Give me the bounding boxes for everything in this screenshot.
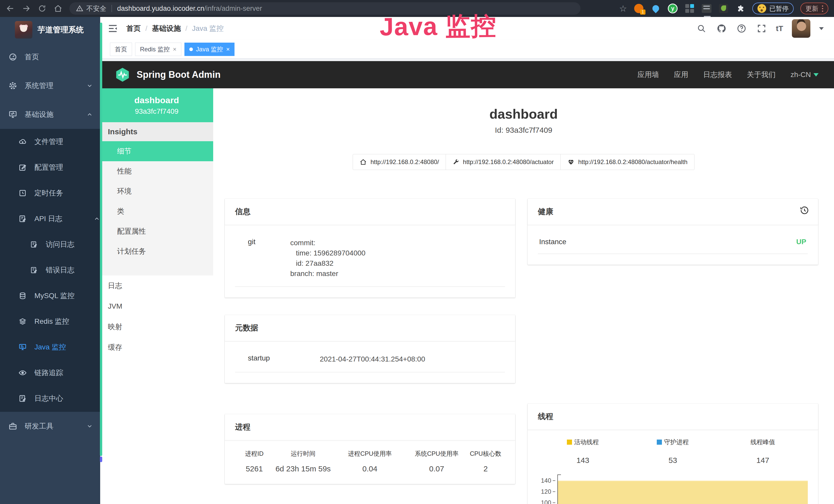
browser-forward-icon[interactable]	[21, 3, 32, 14]
extension-on-badge: on	[704, 16, 711, 17]
sidebar-item-api-log[interactable]: API 日志	[0, 206, 100, 232]
threads-card: 线程 活动线程 143 守护进程	[528, 404, 818, 504]
tab-label: Java 监控	[196, 45, 223, 53]
annotation-text: Java 监控	[379, 9, 497, 44]
sidebar-item-infrastructure[interactable]: 基础设施	[0, 100, 100, 129]
browser-reload-icon[interactable]	[37, 3, 48, 14]
user-avatar[interactable]	[792, 19, 810, 38]
extension-shield-icon[interactable]: 1	[634, 3, 644, 14]
breadcrumb-infrastructure[interactable]: 基础设施	[152, 24, 181, 33]
extension-switch-icon[interactable]: on	[701, 3, 712, 14]
sidebar-item-file-management[interactable]: 文件管理	[0, 129, 100, 155]
address-bar[interactable]: 不安全 dashboard.yudao.iocoder.cn/infra/adm…	[69, 2, 580, 15]
health-url-button[interactable]: http://192.168.0.2:48080/actuator/health	[561, 154, 695, 170]
update-button[interactable]: 更新	[800, 3, 828, 15]
extension-pin-icon[interactable]	[651, 3, 661, 14]
bookmark-star-icon[interactable]: ☆	[619, 3, 627, 14]
health-instance-row[interactable]: Instance UP	[538, 225, 808, 254]
sidebar-item-error-log[interactable]: 错误日志	[0, 257, 100, 283]
main-area: 首页 / 基础设施 / Java 监控 tT	[100, 17, 834, 504]
sidebar-item-java-monitor[interactable]: Java 监控	[0, 334, 100, 360]
service-url-button[interactable]: http://192.168.0.2:48080/	[353, 154, 446, 170]
breadcrumb-home[interactable]: 首页	[126, 24, 141, 33]
sba-nav-journal[interactable]: 日志报表	[703, 70, 732, 79]
home-icon	[359, 158, 367, 166]
search-icon[interactable]	[696, 23, 707, 34]
close-icon[interactable]: ×	[226, 46, 229, 53]
threads-legend: 活动线程 143 守护进程 53 线程峰值	[538, 430, 808, 465]
sba-locale-select[interactable]: zh-CN	[791, 71, 818, 79]
legend-live-threads: 活动线程 143	[538, 438, 628, 465]
sba-item-environment[interactable]: 环境	[100, 181, 213, 201]
infrastructure-submenu: 文件管理 配置管理 定时任务 API 日志	[0, 129, 100, 412]
sba-item-mappings[interactable]: 映射	[100, 317, 213, 337]
extension-leaf-icon[interactable]	[719, 3, 729, 14]
tab-java-monitor[interactable]: Java 监控 ×	[184, 43, 235, 56]
actuator-url-button[interactable]: http://192.168.0.2:48080/actuator	[446, 154, 561, 170]
sba-item-caches[interactable]: 缓存	[100, 337, 213, 358]
legend-label: 活动线程	[574, 438, 599, 446]
chevron-down-icon	[86, 423, 93, 430]
tab-redis-monitor[interactable]: Redis 监控 ×	[135, 43, 181, 56]
sba-nav-applications[interactable]: 应用	[674, 70, 688, 79]
git-time-line: time: 1596289704000	[290, 248, 366, 258]
help-icon[interactable]	[736, 23, 747, 34]
legend-label: 守护进程	[664, 438, 688, 446]
spring-boot-admin-frame: Spring Boot Admin 应用墙 应用 日志报表 关于我们 zh-CN	[100, 61, 834, 504]
sidebar-item-home[interactable]: 首页	[0, 43, 100, 71]
extension-grid-icon[interactable]	[684, 3, 695, 14]
sidebar-item-access-log[interactable]: 访问日志	[0, 232, 100, 257]
briefcase-icon	[8, 422, 18, 431]
hamburger-icon[interactable]	[107, 23, 119, 35]
sba-nav-about[interactable]: 关于我们	[747, 70, 776, 79]
monitor-icon	[8, 110, 18, 119]
url-text[interactable]: dashboard.yudao.iocoder.cn/infra/admin-s…	[117, 5, 262, 13]
breadcrumb-separator: /	[146, 24, 148, 32]
extension-puzzle-icon[interactable]	[736, 3, 746, 14]
sidebar-item-scheduled-jobs[interactable]: 定时任务	[0, 180, 100, 206]
security-chip[interactable]: 不安全	[76, 4, 106, 13]
tab-label: Redis 监控	[140, 45, 170, 53]
metadata-startup-row: startup 2021-04-27T00:44:31.254+08:00	[235, 341, 505, 372]
sba-item-details[interactable]: 细节	[100, 141, 213, 161]
sidebar-item-dev-tools[interactable]: 研发工具	[0, 412, 100, 441]
sidebar-item-config-management[interactable]: 配置管理	[0, 155, 100, 180]
history-icon[interactable]	[799, 205, 809, 215]
wrench-icon	[453, 159, 459, 165]
text-size-icon[interactable]: tT	[776, 24, 783, 33]
sidebar-item-redis-monitor[interactable]: Redis 监控	[0, 308, 100, 334]
actuator-url: http://192.168.0.2:48080/actuator	[463, 158, 554, 166]
sba-instance-header[interactable]: dashboard 93a3fc7f7409	[100, 88, 213, 122]
sba-item-logs[interactable]: 日志	[100, 275, 213, 296]
security-label: 不安全	[86, 4, 106, 13]
sba-item-jvm[interactable]: JVM	[100, 296, 213, 317]
sba-item-classes[interactable]: 类	[100, 201, 213, 221]
sba-nav-wallboard[interactable]: 应用墙	[637, 70, 659, 79]
browser-back-icon[interactable]	[5, 3, 16, 14]
app-logo-row[interactable]: 芋道管理系统	[0, 17, 100, 43]
info-card-title: 信息	[225, 199, 515, 225]
browser-home-icon[interactable]	[52, 3, 64, 14]
tab-home[interactable]: 首页	[110, 43, 132, 56]
eye-icon	[18, 369, 28, 377]
user-menu-caret-icon[interactable]	[819, 27, 824, 30]
sidebar-item-tracing[interactable]: 链路追踪	[0, 360, 100, 386]
browser-menu-icon[interactable]	[822, 5, 823, 12]
layers-icon	[18, 317, 28, 325]
extension-y-icon[interactable]: y	[667, 3, 678, 14]
github-icon[interactable]	[716, 23, 727, 34]
sba-item-scheduled-tasks[interactable]: 计划任务	[100, 241, 213, 261]
sidebar-item-system[interactable]: 系统管理	[0, 71, 100, 100]
sidebar-scrollbar-thumb[interactable]	[100, 23, 102, 456]
cloud-upload-icon	[18, 138, 28, 146]
profile-paused-chip[interactable]: 已暂停	[752, 3, 794, 15]
close-icon[interactable]: ×	[173, 46, 176, 53]
sidebar-item-mysql-monitor[interactable]: MySQL 监控	[0, 283, 100, 308]
sba-brand[interactable]: Spring Boot Admin	[114, 67, 221, 83]
sba-item-metrics[interactable]: 性能	[100, 161, 213, 181]
info-key: git	[235, 238, 290, 279]
chevron-up-icon	[86, 111, 93, 118]
sba-item-config-props[interactable]: 配置属性	[100, 221, 213, 241]
sidebar-item-log-center[interactable]: 日志中心	[0, 386, 100, 411]
fullscreen-icon[interactable]	[756, 23, 767, 34]
